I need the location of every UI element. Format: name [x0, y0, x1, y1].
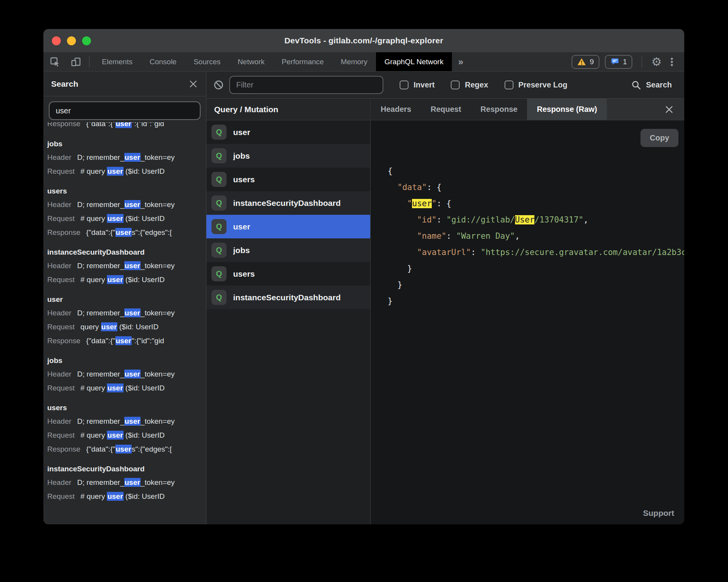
response-tab[interactable]: Response — [471, 99, 527, 120]
search-result-row[interactable]: Requestquery user ($id: UserID — [47, 320, 206, 334]
devtools-window: DevTools - gitlab.com/-/graphql-explorer… — [43, 29, 684, 524]
search-result-row[interactable]: HeaderD; remember_user_token=ey — [47, 151, 206, 164]
result-row-text: {"data":{" — [86, 445, 115, 453]
search-result-row[interactable]: Request# query user ($id: UserID — [47, 490, 206, 503]
close-details-icon[interactable] — [664, 104, 674, 115]
result-operation-name[interactable]: user — [47, 293, 206, 306]
devtools-tab[interactable]: GraphQL Network — [376, 52, 452, 71]
query-type-badge: Q — [211, 266, 227, 281]
search-result-row[interactable]: HeaderD; remember_user_token=ey — [47, 306, 206, 320]
checkbox-label: Invert — [414, 80, 434, 89]
search-result-row[interactable]: HeaderD; remember_user_token=ey — [47, 259, 206, 273]
result-operation-name[interactable]: jobs — [47, 137, 206, 151]
search-result-row[interactable]: Request# query user ($id: UserID — [47, 212, 206, 226]
json-line: "data": { — [388, 179, 684, 195]
query-list-item-label: users — [233, 269, 255, 279]
zoom-window-button[interactable] — [82, 36, 91, 45]
kebab-menu-icon[interactable] — [667, 56, 676, 67]
checkbox[interactable] — [400, 80, 409, 89]
message-count-badge[interactable]: 1 — [605, 55, 633, 69]
checkbox[interactable] — [505, 80, 513, 89]
search-result-row[interactable]: Request# query user ($id: UserID — [47, 381, 206, 395]
query-list-item[interactable]: Q user — [206, 215, 370, 238]
devtools-tab[interactable]: Elements — [93, 52, 141, 71]
result-operation-name[interactable]: jobs — [47, 354, 206, 367]
search-input[interactable] — [49, 101, 201, 120]
search-result-row[interactable]: HeaderD; remember_user_token=ey — [47, 198, 206, 212]
result-operation-name[interactable]: users — [47, 185, 206, 198]
titlebar: DevTools - gitlab.com/-/graphql-explorer — [43, 29, 684, 52]
query-list-item[interactable]: Q instanceSecurityDashboard — [206, 191, 370, 215]
support-link[interactable]: Support — [643, 508, 674, 518]
query-list-item-label: user — [233, 128, 250, 137]
query-list-item[interactable]: Q instanceSecurityDashboard — [206, 286, 370, 309]
result-row-label: Request — [47, 214, 75, 223]
more-tabs-icon[interactable]: » — [452, 52, 469, 71]
search-result-row[interactable]: HeaderD; remember_user_token=ey — [47, 367, 206, 381]
result-row-text: user — [124, 478, 141, 487]
devtools-tab[interactable]: Performance — [273, 52, 332, 71]
json-line: "user": { — [388, 195, 684, 212]
checkbox[interactable] — [451, 80, 460, 89]
result-row-text: ($id: UserID — [124, 276, 165, 284]
devtools-tab[interactable]: Memory — [332, 52, 376, 71]
result-row-text: _token=ey — [141, 309, 175, 317]
result-operation-name[interactable]: instanceSecurityDashboard — [47, 246, 206, 259]
result-row-text: user — [107, 275, 123, 284]
search-result-row[interactable]: Response{"data":{"users":{"edges":[ — [47, 226, 206, 240]
result-row-label: Header — [47, 262, 71, 270]
warning-count-badge[interactable]: 9 — [572, 55, 599, 69]
response-tab[interactable]: Headers — [371, 99, 421, 120]
window-title: DevTools - gitlab.com/-/graphql-explorer — [284, 36, 443, 45]
query-list-item[interactable]: Q users — [206, 168, 370, 191]
search-result-row[interactable]: Request# query user ($id: UserID — [47, 273, 206, 287]
result-row-text: ":{"id":"gid — [132, 122, 164, 128]
result-row-label: Header — [47, 478, 71, 486]
clear-log-icon[interactable] — [213, 80, 224, 90]
response-tab[interactable]: Request — [421, 99, 471, 120]
filter-input[interactable] — [229, 76, 383, 94]
close-window-button[interactable] — [52, 36, 61, 45]
result-operation-name[interactable]: instanceSecurityDashboard — [47, 462, 206, 476]
query-list-item-label: instanceSecurityDashboard — [233, 293, 341, 302]
query-list-item[interactable]: Q user — [206, 120, 370, 144]
search-result-row[interactable]: Request# query user ($id: UserID — [47, 428, 206, 442]
search-result-row[interactable]: Response{"data":{"users":{"edges":[ — [47, 442, 206, 456]
search-result-row[interactable]: Response{"data":{"user":{"id":"gid — [47, 334, 206, 348]
response-json: { "data": { "user": { "id": "gid://gitla… — [371, 120, 684, 342]
result-row-label: Request — [47, 323, 75, 331]
json-segment: } — [388, 264, 412, 273]
device-toolbar-icon[interactable] — [67, 52, 85, 71]
result-row-text: user — [107, 383, 123, 392]
copy-button[interactable]: Copy — [640, 129, 678, 147]
filter-bar: Invert Regex Preserve Log Search — [206, 72, 684, 99]
query-list-item[interactable]: Q jobs — [206, 238, 370, 262]
devtools-tab[interactable]: Sources — [185, 52, 229, 71]
devtools-tab[interactable]: Network — [229, 52, 273, 71]
clipped-result-row[interactable]: Response{"data":{"user":{"id":"gid — [47, 122, 206, 131]
query-list-item[interactable]: Q users — [206, 262, 370, 286]
json-segment: "https://secure.gravatar.com/avatar/1a2b… — [481, 248, 684, 257]
filter-search-button[interactable]: Search — [631, 80, 677, 90]
minimize-window-button[interactable] — [67, 36, 76, 45]
settings-gear-icon[interactable]: ⚙ — [651, 55, 662, 68]
result-row-text: D; remember_ — [77, 200, 124, 209]
result-operation-name[interactable]: users — [47, 401, 206, 414]
result-row-label: Request — [47, 431, 75, 439]
json-segment: { — [388, 166, 393, 176]
close-search-icon[interactable] — [188, 79, 198, 89]
devtools-tab[interactable]: Console — [141, 52, 185, 71]
query-mutation-panel: Query / Mutation Q user Q jobs Q users Q… — [206, 99, 371, 524]
devtools-tab-label: Memory — [341, 58, 367, 66]
result-row-text: _token=ey — [141, 153, 175, 161]
query-list-item[interactable]: Q jobs — [206, 144, 370, 168]
query-type-badge: Q — [211, 148, 227, 163]
response-tab[interactable]: Response (Raw) — [527, 99, 607, 120]
inspect-element-icon[interactable] — [46, 52, 64, 71]
query-mutation-title: Query / Mutation — [206, 99, 370, 120]
search-result-row[interactable]: HeaderD; remember_user_token=ey — [47, 476, 206, 490]
result-row-text: user — [124, 308, 141, 317]
search-input-wrap — [43, 96, 206, 122]
search-result-row[interactable]: HeaderD; remember_user_token=ey — [47, 414, 206, 428]
search-result-row[interactable]: Request# query user ($id: UserID — [47, 164, 206, 178]
